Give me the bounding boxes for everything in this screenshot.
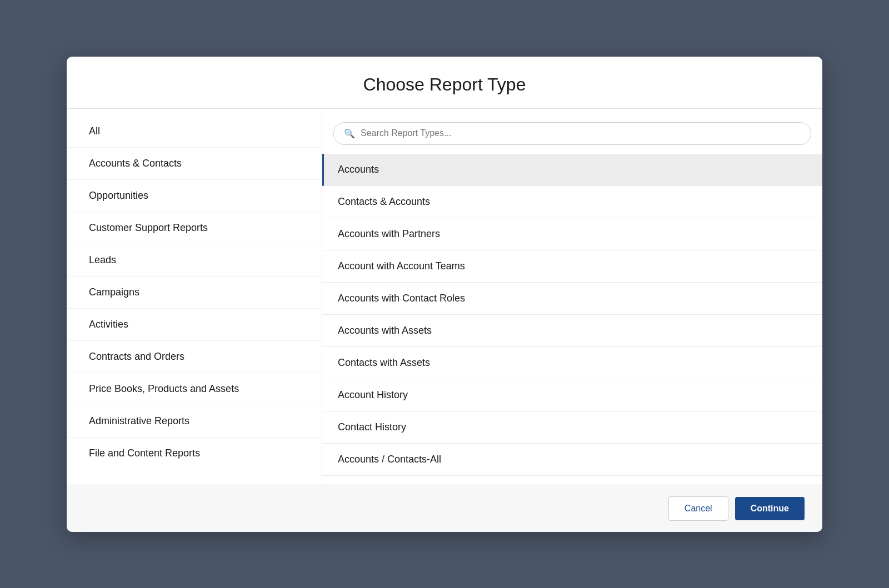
left-panel-item[interactable]: Price Books, Products and Assets (67, 373, 322, 405)
report-type-item[interactable]: Contact History (322, 411, 822, 444)
cancel-button[interactable]: Cancel (668, 496, 728, 521)
report-list: AccountsContacts & AccountsAccounts with… (322, 154, 822, 476)
search-icon: 🔍 (344, 128, 355, 139)
report-type-item[interactable]: Accounts with Assets (322, 315, 822, 347)
left-panel-item[interactable]: Campaigns (67, 277, 322, 309)
report-type-item[interactable]: Contacts & Accounts (322, 186, 822, 218)
left-panel-item[interactable]: Contracts and Orders (67, 341, 322, 373)
left-panel-item[interactable]: Administrative Reports (67, 405, 322, 438)
left-panel: AllAccounts & ContactsOpportunitiesCusto… (67, 109, 322, 485)
left-panel-item[interactable]: Customer Support Reports (67, 212, 322, 244)
modal-header: Choose Report Type (67, 57, 822, 109)
modal-footer: Cancel Continue (67, 485, 822, 532)
right-panel: 🔍 AccountsContacts & AccountsAccounts wi… (322, 109, 822, 485)
report-type-item[interactable]: Accounts with Partners (322, 218, 822, 250)
report-type-item[interactable]: Accounts with Contact Roles (322, 283, 822, 315)
left-panel-item[interactable]: Opportunities (67, 180, 322, 212)
left-panel-item[interactable]: Activities (67, 309, 322, 341)
modal-body: AllAccounts & ContactsOpportunitiesCusto… (67, 109, 822, 485)
left-panel-item[interactable]: Leads (67, 244, 322, 277)
search-input[interactable] (361, 128, 801, 138)
report-type-item[interactable]: Contacts with Assets (322, 347, 822, 379)
left-panel-item[interactable]: All (67, 115, 322, 148)
search-box: 🔍 (333, 122, 811, 145)
report-type-item[interactable]: Account History (322, 379, 822, 411)
continue-button[interactable]: Continue (735, 497, 805, 520)
modal-container: Choose Report Type AllAccounts & Contact… (67, 57, 822, 532)
left-panel-item[interactable]: Accounts & Contacts (67, 148, 322, 180)
report-type-item[interactable]: Accounts / Contacts-All (322, 444, 822, 476)
left-panel-item[interactable]: File and Content Reports (67, 438, 322, 469)
report-type-item[interactable]: Account with Account Teams (322, 250, 822, 283)
search-container: 🔍 (322, 118, 822, 154)
report-type-item[interactable]: Accounts (322, 154, 822, 186)
modal-title: Choose Report Type (89, 74, 800, 95)
